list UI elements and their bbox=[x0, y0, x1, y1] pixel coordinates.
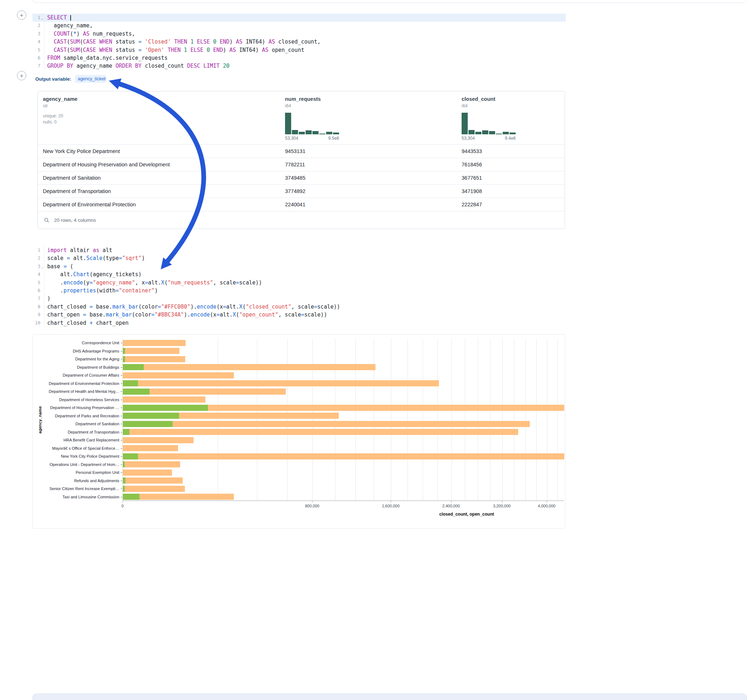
code-line[interactable]: 1⌄SELECT bbox=[32, 14, 566, 22]
code-token: scale)) bbox=[304, 311, 327, 318]
y-tick-mark bbox=[121, 367, 122, 368]
code-line[interactable]: 2 agency_name, bbox=[32, 22, 566, 30]
code-token: AS bbox=[83, 31, 89, 37]
code-line[interactable]: 3⌄base = ( bbox=[32, 262, 566, 270]
bar-closed-count bbox=[123, 364, 375, 370]
y-axis-label: New York City Police Department bbox=[42, 452, 119, 460]
code-token: ( bbox=[67, 47, 70, 53]
code-token: sample_data.nyc.service_requests bbox=[60, 55, 168, 61]
table-row[interactable]: Department of Sanitation37494853677651 bbox=[38, 171, 565, 184]
column-type: i64 bbox=[285, 103, 461, 109]
code-line[interactable]: 4 CAST(SUM(CASE WHEN status = 'Closed' T… bbox=[32, 38, 566, 46]
bar-closed-count bbox=[123, 461, 180, 468]
code-token: (width bbox=[96, 287, 115, 294]
bar-closed-count bbox=[123, 445, 178, 451]
code-token: = bbox=[216, 311, 220, 318]
add-cell-button-top[interactable]: + bbox=[17, 11, 26, 20]
x-axis-label: 2,400,000 bbox=[442, 504, 460, 508]
search-icon[interactable] bbox=[44, 217, 49, 223]
collapse-chevron-icon[interactable]: ⌄ bbox=[40, 262, 44, 270]
column-header-num_requests[interactable]: num_requestsi6453,3049.5e6 bbox=[285, 96, 461, 141]
table-row[interactable]: Department of Environmental Protection22… bbox=[38, 198, 565, 211]
code-token: closed_count, bbox=[275, 39, 321, 45]
y-tick-mark bbox=[121, 497, 122, 497]
code-text: .encode(y="agency_name", x=alt.X("num_re… bbox=[44, 279, 262, 287]
code-text: chart_closed + chart_open bbox=[44, 319, 129, 327]
code-token bbox=[47, 31, 54, 37]
sql-cell[interactable]: 1⌄SELECT 2 agency_name,3 COUNT(*) AS num… bbox=[32, 11, 566, 70]
python-code-editor[interactable]: 1import altair as alt2scale = alt.Scale(… bbox=[32, 246, 566, 327]
y-tick-mark bbox=[121, 359, 122, 359]
y-axis-label: Refunds and Adjustments bbox=[42, 477, 119, 485]
code-token: * bbox=[73, 31, 76, 37]
code-token: . bbox=[47, 287, 64, 294]
histogram-bar bbox=[469, 130, 475, 134]
y-tick-mark bbox=[121, 472, 122, 473]
code-token: DESC bbox=[187, 63, 200, 69]
table-cell: 3677651 bbox=[461, 175, 565, 181]
code-line[interactable]: 3 COUNT(*) AS num_requests, bbox=[32, 30, 566, 38]
code-line[interactable]: 8chart_closed = base.mark_bar(color="#FF… bbox=[32, 303, 566, 311]
code-token: "#8BC34A" bbox=[154, 311, 184, 318]
code-token: alt. bbox=[148, 279, 161, 286]
code-token bbox=[220, 63, 223, 69]
code-token: GROUP BY bbox=[47, 63, 73, 69]
code-token: , x bbox=[135, 279, 145, 286]
code-line[interactable]: 9chart_open = base.mark_bar(color="#8BC3… bbox=[32, 311, 566, 319]
table-row[interactable]: New York City Police Department945313194… bbox=[38, 144, 565, 158]
code-token bbox=[164, 47, 168, 53]
code-token: = bbox=[314, 303, 318, 310]
code-token: ) bbox=[154, 287, 158, 294]
code-token: ORDER BY bbox=[116, 63, 142, 69]
gridline bbox=[312, 339, 313, 501]
code-text: .properties(width="container") bbox=[44, 287, 158, 294]
code-line[interactable]: 10chart_closed + chart_open bbox=[32, 319, 566, 327]
code-line[interactable]: 6 .properties(width="container") bbox=[32, 287, 566, 294]
code-token: altair bbox=[67, 247, 92, 253]
table-row[interactable]: Department of Transportation377489234719… bbox=[38, 184, 565, 198]
code-token: ( bbox=[80, 39, 83, 45]
code-token: FROM bbox=[47, 55, 60, 61]
collapse-chevron-icon[interactable]: ⌄ bbox=[40, 14, 44, 22]
code-token: 'Open' bbox=[145, 47, 164, 53]
python-cell[interactable]: 1import altair as alt2scale = alt.Scale(… bbox=[32, 243, 566, 327]
code-token: , scale bbox=[213, 279, 236, 286]
gridline bbox=[408, 339, 408, 501]
table-header: agency_namestrunique: 20nulls: 0num_requ… bbox=[38, 92, 565, 144]
histogram-max: 9.5e6 bbox=[328, 136, 339, 141]
add-cell-button-output[interactable]: + bbox=[17, 71, 26, 80]
gridline bbox=[502, 339, 503, 501]
code-line[interactable]: 5 CAST(SUM(CASE WHEN status = 'Open' THE… bbox=[32, 46, 566, 54]
code-line[interactable]: 4 alt.Chart(agency_tickets) bbox=[32, 270, 566, 278]
code-line[interactable]: 2scale = alt.Scale(type="sqrt") bbox=[32, 254, 566, 262]
code-token: status bbox=[112, 39, 138, 45]
bar-open-count bbox=[123, 429, 129, 435]
code-token: agency_name bbox=[73, 63, 115, 69]
y-axis-label: Department of Homeless Services bbox=[42, 396, 119, 404]
code-line[interactable]: 5 .encode(y="agency_name", x=alt.X("num_… bbox=[32, 279, 566, 287]
code-token bbox=[67, 14, 70, 21]
sql-code-editor[interactable]: 1⌄SELECT 2 agency_name,3 COUNT(*) AS num… bbox=[32, 14, 566, 70]
table-cell: 2222847 bbox=[461, 202, 565, 207]
x-axis-label: 800,000 bbox=[305, 504, 319, 508]
chevron-spacer bbox=[40, 303, 44, 311]
code-line[interactable]: 7GROUP BY agency_name ORDER BY closed_co… bbox=[32, 62, 566, 70]
column-header-closed_count[interactable]: closed_counti6453,3049.4e6 bbox=[461, 96, 565, 141]
column-header-agency_name[interactable]: agency_namestrunique: 20nulls: 0 bbox=[43, 96, 285, 141]
code-line[interactable]: 1import altair as alt bbox=[32, 246, 566, 254]
code-token: Chart bbox=[73, 271, 89, 278]
code-token: Scale bbox=[86, 255, 102, 261]
x-axis-label: 0 bbox=[121, 504, 124, 508]
code-text: COUNT(*) AS num_requests, bbox=[44, 30, 135, 38]
output-variable-badge[interactable]: agency_tickets bbox=[75, 75, 106, 83]
code-token: . bbox=[47, 279, 64, 286]
code-token: AS bbox=[230, 47, 236, 53]
code-line[interactable]: 6FROM sample_data.nyc.service_requests bbox=[32, 54, 566, 62]
table-row[interactable]: Department of Housing Preservation and D… bbox=[38, 158, 565, 171]
code-token: chart_closed bbox=[47, 303, 89, 310]
code-token bbox=[47, 47, 54, 53]
code-line[interactable]: 7) bbox=[32, 294, 566, 302]
code-token: 20 bbox=[223, 63, 230, 69]
code-text: GROUP BY agency_name ORDER BY closed_cou… bbox=[44, 62, 230, 70]
code-token bbox=[96, 39, 99, 45]
